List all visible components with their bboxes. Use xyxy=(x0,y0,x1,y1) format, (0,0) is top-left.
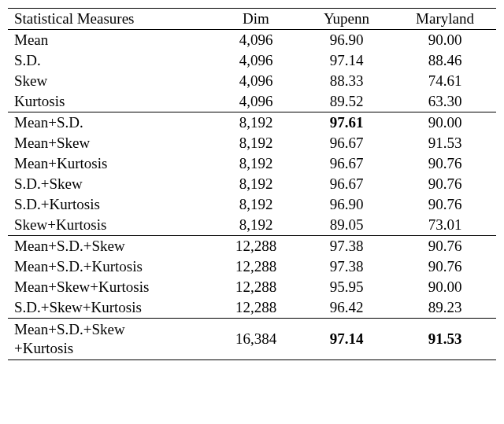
measure-label: Skew xyxy=(8,71,213,91)
measure-label: Mean+S.D.+Kurtosis xyxy=(8,256,213,277)
dim-value: 4,096 xyxy=(213,30,299,51)
maryland-value: 90.76 xyxy=(394,194,496,215)
dim-value: 8,192 xyxy=(213,133,299,153)
yupenn-value: 97.61 xyxy=(299,112,394,134)
maryland-value: 63.30 xyxy=(394,91,496,112)
maryland-value: 90.76 xyxy=(394,153,496,174)
measure-label: Skew+Kurtosis xyxy=(8,215,213,236)
measure-label: Mean xyxy=(8,30,213,51)
yupenn-value: 97.38 xyxy=(299,236,394,257)
maryland-value: 90.00 xyxy=(394,277,496,297)
maryland-value: 90.76 xyxy=(394,256,496,277)
table-row: S.D.4,09697.1488.46 xyxy=(8,50,496,71)
dim-value: 12,288 xyxy=(213,277,299,297)
results-table: Statistical Measures Dim Yupenn Maryland… xyxy=(8,8,496,360)
col-header-measures: Statistical Measures xyxy=(8,9,213,30)
table-header-row: Statistical Measures Dim Yupenn Maryland xyxy=(8,9,496,30)
yupenn-value: 88.33 xyxy=(299,71,394,91)
maryland-value: 91.53 xyxy=(394,133,496,153)
yupenn-value: 96.90 xyxy=(299,194,394,215)
table-row: Mean+S.D.8,19297.6190.00 xyxy=(8,112,496,134)
table-row: Skew4,09688.3374.61 xyxy=(8,71,496,91)
maryland-value: 91.53 xyxy=(394,319,496,360)
yupenn-value: 96.42 xyxy=(299,297,394,319)
maryland-value: 73.01 xyxy=(394,215,496,236)
col-header-yupenn: Yupenn xyxy=(299,9,394,30)
yupenn-value: 97.14 xyxy=(299,319,394,360)
yupenn-value: 96.67 xyxy=(299,133,394,153)
maryland-value: 90.76 xyxy=(394,236,496,257)
col-header-dim: Dim xyxy=(213,9,299,30)
maryland-value: 90.00 xyxy=(394,112,496,134)
measure-label: Kurtosis xyxy=(8,91,213,112)
table-row: Mean+S.D.+Skew12,28897.3890.76 xyxy=(8,236,496,257)
measure-label: S.D.+Kurtosis xyxy=(8,194,213,215)
dim-value: 8,192 xyxy=(213,174,299,194)
yupenn-value: 96.67 xyxy=(299,174,394,194)
table-row: Mean+Skew+Kurtosis12,28895.9590.00 xyxy=(8,277,496,297)
measure-label: S.D. xyxy=(8,50,213,71)
yupenn-value: 95.95 xyxy=(299,277,394,297)
table-row: Mean4,09696.9090.00 xyxy=(8,30,496,51)
maryland-value: 74.61 xyxy=(394,71,496,91)
yupenn-value: 89.52 xyxy=(299,91,394,112)
dim-value: 8,192 xyxy=(213,215,299,236)
maryland-value: 90.76 xyxy=(394,174,496,194)
table-row: Mean+Kurtosis8,19296.6790.76 xyxy=(8,153,496,174)
measure-label: S.D.+Skew+Kurtosis xyxy=(8,297,213,319)
dim-value: 4,096 xyxy=(213,71,299,91)
dim-value: 4,096 xyxy=(213,50,299,71)
maryland-value: 89.23 xyxy=(394,297,496,319)
yupenn-value: 96.67 xyxy=(299,153,394,174)
dim-value: 8,192 xyxy=(213,153,299,174)
table-row: Kurtosis4,09689.5263.30 xyxy=(8,91,496,112)
yupenn-value: 97.14 xyxy=(299,50,394,71)
table-row: Mean+Skew8,19296.6791.53 xyxy=(8,133,496,153)
measure-label: Mean+S.D.+Skew+Kurtosis xyxy=(8,319,213,360)
measure-label: S.D.+Skew xyxy=(8,174,213,194)
table-row: S.D.+Skew+Kurtosis12,28896.4289.23 xyxy=(8,297,496,319)
measure-label: Mean+Skew+Kurtosis xyxy=(8,277,213,297)
yupenn-value: 96.90 xyxy=(299,30,394,51)
yupenn-value: 89.05 xyxy=(299,215,394,236)
maryland-value: 88.46 xyxy=(394,50,496,71)
col-header-maryland: Maryland xyxy=(394,9,496,30)
dim-value: 8,192 xyxy=(213,194,299,215)
table-row: Mean+S.D.+Kurtosis12,28897.3890.76 xyxy=(8,256,496,277)
dim-value: 12,288 xyxy=(213,297,299,319)
measure-label: Mean+S.D. xyxy=(8,112,213,134)
measure-label: Mean+Skew xyxy=(8,133,213,153)
table-row: S.D.+Skew8,19296.6790.76 xyxy=(8,174,496,194)
table-row: S.D.+Kurtosis8,19296.9090.76 xyxy=(8,194,496,215)
maryland-value: 90.00 xyxy=(394,30,496,51)
table-row: Mean+S.D.+Skew+Kurtosis16,38497.1491.53 xyxy=(8,319,496,360)
measure-label: Mean+Kurtosis xyxy=(8,153,213,174)
dim-value: 8,192 xyxy=(213,112,299,134)
dim-value: 16,384 xyxy=(213,319,299,360)
yupenn-value: 97.38 xyxy=(299,256,394,277)
dim-value: 12,288 xyxy=(213,256,299,277)
measure-label: Mean+S.D.+Skew xyxy=(8,236,213,257)
dim-value: 4,096 xyxy=(213,91,299,112)
table-row: Skew+Kurtosis8,19289.0573.01 xyxy=(8,215,496,236)
dim-value: 12,288 xyxy=(213,236,299,257)
